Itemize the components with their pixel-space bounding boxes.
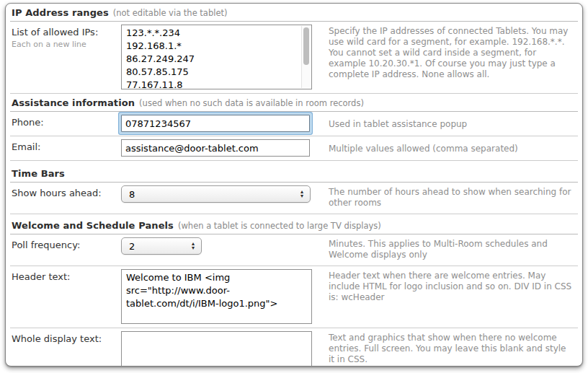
whole-display-help: Text and graphics that show when there n… xyxy=(329,333,572,365)
section-title: Welcome and Schedule Panels xyxy=(12,220,174,231)
email-label: Email: xyxy=(12,141,121,152)
phone-label: Phone: xyxy=(12,117,121,128)
section-note: (not editable via the tablet) xyxy=(113,8,228,18)
stepper-icon: ▴ ▾ xyxy=(300,190,303,198)
section-title: IP Address ranges xyxy=(12,7,109,18)
section-title: Assistance information xyxy=(12,97,135,108)
header-text-textarea[interactable]: Welcome to IBM <img src="http://www.door… xyxy=(122,270,311,323)
scrollbar-thumb[interactable] xyxy=(303,27,309,65)
allowed-ips-help: Specify the IP addresses of connected Ta… xyxy=(317,25,576,89)
phone-help: Used in tablet assistance popup xyxy=(317,115,576,132)
poll-frequency-label: Poll frequency: xyxy=(12,240,121,250)
whole-display-text-label: Whole display text: xyxy=(12,333,121,344)
section-note: (when a tablet is connected to large TV … xyxy=(178,221,381,231)
row-poll-frequency: Poll frequency: 2 ▴ ▾ Minutes. This appl… xyxy=(10,234,578,266)
whole-display-textarea[interactable] xyxy=(122,332,311,367)
row-allowed-ips: List of allowed IPs: Each on a new line … xyxy=(10,22,578,94)
section-header-welcome-panels: Welcome and Schedule Panels (when a tabl… xyxy=(10,214,578,234)
allowed-ips-field-frame: 123.*.*.234 192.168.1.* 86.27.249.247 80… xyxy=(121,25,312,89)
select-value: 2 xyxy=(129,241,135,252)
whole-display-field-frame xyxy=(121,331,312,367)
stepper-down-icon: ▾ xyxy=(300,194,303,198)
email-input[interactable] xyxy=(121,139,310,157)
poll-frequency-select[interactable]: 2 ▴ ▾ xyxy=(121,237,202,255)
header-text-label: Header text: xyxy=(12,271,121,282)
header-text-help: Header text when there are welcome entri… xyxy=(317,269,576,324)
phone-input[interactable] xyxy=(121,115,310,132)
settings-panel: IP Address ranges (not editable via the … xyxy=(5,3,583,367)
header-text-field-frame: Welcome to IBM <img src="http://www.door… xyxy=(121,269,312,324)
allowed-ips-textarea[interactable]: 123.*.*.234 192.168.1.* 86.27.249.247 80… xyxy=(122,25,311,89)
allowed-ips-scrollbar[interactable] xyxy=(301,26,311,88)
row-whole-display-text: Whole display text: Text and graphics th… xyxy=(10,328,578,367)
row-phone: Phone: Used in tablet assistance popup xyxy=(10,112,578,136)
email-help: Multiple values allowed (comma separated… xyxy=(317,139,576,157)
row-email: Email: Multiple values allowed (comma se… xyxy=(10,136,578,161)
allowed-ips-label: List of allowed IPs: xyxy=(12,27,121,38)
section-header-time-bars: Time Bars xyxy=(10,161,578,183)
stepper-down-icon: ▾ xyxy=(192,246,195,250)
show-hours-ahead-label: Show hours ahead: xyxy=(12,188,121,198)
section-header-assistance: Assistance information (used when no suc… xyxy=(10,94,578,112)
stepper-icon: ▴ ▾ xyxy=(192,242,195,250)
allowed-ips-sublabel: Each on a new line xyxy=(12,40,121,49)
show-hours-ahead-help: The number of hours ahead to show when s… xyxy=(317,185,576,210)
show-hours-ahead-select[interactable]: 8 ▴ ▾ xyxy=(121,185,311,203)
row-header-text: Header text: Welcome to IBM <img src="ht… xyxy=(10,266,578,328)
section-note: (used when no such data is available in … xyxy=(139,98,364,108)
section-title: Time Bars xyxy=(12,168,65,179)
row-show-hours-ahead: Show hours ahead: 8 ▴ ▾ The number of ho… xyxy=(10,183,578,214)
select-value: 8 xyxy=(129,189,135,200)
section-header-ip-ranges: IP Address ranges (not editable via the … xyxy=(10,4,578,22)
poll-frequency-help: Minutes. This applies to Multi-Room sche… xyxy=(317,237,576,262)
